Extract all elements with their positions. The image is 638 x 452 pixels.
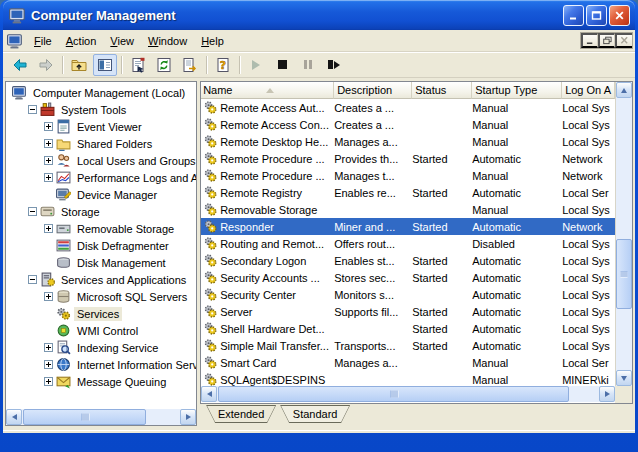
column-header-status[interactable]: Status — [412, 82, 472, 99]
tree-item-event-viewer[interactable]: Event Viewer — [6, 118, 196, 135]
tree-item-services-and-applications[interactable]: Services and Applications — [6, 271, 196, 288]
tree-item-indexing-service[interactable]: Indexing Service — [6, 339, 196, 356]
tree-item-message-queuing[interactable]: Message Queuing — [6, 373, 196, 390]
service-gear-icon — [203, 236, 218, 251]
tree-item-wmi-control[interactable]: WMI Control — [6, 322, 196, 339]
show-hide-console-tree-button[interactable] — [93, 54, 117, 76]
svg-text:?: ? — [220, 59, 226, 72]
menu-help[interactable]: Help — [194, 33, 231, 50]
service-row-server[interactable]: ServerSupports fil...StartedAutomaticLoc… — [201, 303, 615, 320]
scroll-right-button[interactable] — [599, 386, 615, 402]
tree-item-internet-information-service[interactable]: Internet Information Service — [6, 356, 196, 373]
export-list-button[interactable] — [178, 54, 202, 76]
tree-item-disk-defragmenter[interactable]: Disk Defragmenter — [6, 237, 196, 254]
service-row-smart-card[interactable]: Smart CardManages a...ManualLocal Ser — [201, 354, 615, 371]
service-row-remote-access-con[interactable]: Remote Access Con...Creates a ...ManualL… — [201, 116, 615, 133]
expand-icon[interactable] — [44, 139, 53, 148]
service-row-responder[interactable]: ResponderMiner and ...StartedAutomaticNe… — [201, 218, 615, 235]
column-header-log-on-a[interactable]: Log On A — [562, 82, 615, 99]
menu-window[interactable]: Window — [141, 33, 194, 50]
stop-service-button[interactable] — [270, 54, 294, 76]
service-row-remote-desktop-he[interactable]: Remote Desktop He...Manages a...ManualLo… — [201, 133, 615, 150]
child-restore-button[interactable] — [598, 33, 615, 48]
menu-action[interactable]: Action — [59, 33, 104, 50]
expand-icon[interactable] — [44, 377, 53, 386]
scrollbar-track[interactable] — [616, 98, 632, 370]
scroll-down-button[interactable] — [616, 370, 632, 386]
collapse-icon[interactable] — [28, 275, 37, 284]
tab-standard[interactable]: Standard — [280, 405, 350, 423]
expand-icon[interactable] — [44, 173, 53, 182]
service-row-simple-mail-transfer[interactable]: Simple Mail Transfer...Transports...Star… — [201, 337, 615, 354]
service-row-remote-registry[interactable]: Remote RegistryEnables re...StartedAutom… — [201, 184, 615, 201]
service-gear-icon — [203, 100, 218, 115]
menu-file[interactable]: File — [27, 33, 59, 50]
maximize-button[interactable] — [586, 5, 607, 26]
console-window-icon[interactable] — [7, 33, 23, 49]
pause-service-button[interactable] — [296, 54, 320, 76]
tree-item-storage[interactable]: Storage — [6, 203, 196, 220]
child-close-button[interactable] — [615, 33, 632, 48]
forward-button[interactable] — [34, 54, 58, 76]
up-one-level-button[interactable] — [67, 54, 91, 76]
service-row-shell-hardware-det[interactable]: Shell Hardware Det...StartedAutomaticLoc… — [201, 320, 615, 337]
expand-icon[interactable] — [44, 360, 53, 369]
column-header-startup-type[interactable]: Startup Type — [472, 82, 562, 99]
service-row-remote-procedure[interactable]: Remote Procedure ...Provides th...Starte… — [201, 150, 615, 167]
minimize-button[interactable] — [563, 5, 584, 26]
tree-item-performance-logs-and-alerts[interactable]: Performance Logs and Alerts — [6, 169, 196, 186]
tree-item-device-manager[interactable]: Device Manager — [6, 186, 196, 203]
scrollbar-thumb[interactable] — [23, 409, 146, 425]
expand-icon[interactable] — [44, 224, 53, 233]
close-button[interactable] — [609, 5, 630, 26]
titlebar[interactable]: Computer Management — [3, 0, 635, 30]
service-row-routing-and-remot[interactable]: Routing and Remot...Offers rout...Disabl… — [201, 235, 615, 252]
tree-item-removable-storage[interactable]: Removable Storage — [6, 220, 196, 237]
service-row-secondary-logon[interactable]: Secondary LogonEnables st...StartedAutom… — [201, 252, 615, 269]
back-button[interactable] — [8, 54, 32, 76]
help-button[interactable]: ? — [211, 54, 235, 76]
start-service-button[interactable] — [244, 54, 268, 76]
service-description: Miner and ... — [334, 221, 412, 233]
column-header-label: Status — [415, 84, 446, 96]
collapse-icon[interactable] — [28, 207, 37, 216]
tree-item-computer-management-local[interactable]: Computer Management (Local) — [6, 84, 196, 101]
scroll-right-button[interactable] — [180, 409, 196, 425]
collapse-icon[interactable] — [28, 105, 37, 114]
tree-item-system-tools[interactable]: System Tools — [6, 101, 196, 118]
scroll-left-button[interactable] — [6, 409, 22, 425]
service-row-remote-procedure[interactable]: Remote Procedure ...Manages t...ManualNe… — [201, 167, 615, 184]
expand-icon[interactable] — [44, 122, 53, 131]
tree-item-services[interactable]: Services — [6, 305, 196, 322]
scroll-up-button[interactable] — [616, 82, 632, 98]
tree-item-shared-folders[interactable]: Shared Folders — [6, 135, 196, 152]
scrollbar-thumb[interactable] — [616, 239, 632, 309]
scrollbar-track[interactable] — [217, 386, 599, 402]
menu-view[interactable]: View — [103, 33, 141, 50]
tab-extended[interactable]: Extended — [206, 405, 276, 423]
list-horizontal-scrollbar[interactable] — [201, 386, 615, 402]
tree-item-local-users-and-groups[interactable]: Local Users and Groups — [6, 152, 196, 169]
scrollbar-track[interactable] — [22, 409, 180, 425]
scroll-left-button[interactable] — [201, 386, 217, 402]
expand-icon[interactable] — [44, 292, 53, 301]
properties-button[interactable] — [126, 54, 150, 76]
tree-item-microsoft-sql-servers[interactable]: Microsoft SQL Servers — [6, 288, 196, 305]
restart-service-button[interactable] — [322, 54, 346, 76]
service-startup-type: Automatic — [472, 323, 562, 335]
service-row-remote-access-aut[interactable]: Remote Access Aut...Creates a ...ManualL… — [201, 99, 615, 116]
column-header-description[interactable]: Description — [334, 82, 412, 99]
service-row-security-center[interactable]: Security CenterMonitors s...AutomaticLoc… — [201, 286, 615, 303]
expand-icon[interactable] — [44, 156, 53, 165]
column-header-name[interactable]: Name — [201, 82, 334, 99]
list-vertical-scrollbar[interactable] — [615, 82, 632, 386]
service-row-sqlagent-despins[interactable]: SQLAgent$DESPINSManualMINER\ki — [201, 371, 615, 386]
scrollbar-thumb[interactable] — [218, 386, 569, 402]
expand-icon[interactable] — [44, 343, 53, 352]
tree-item-disk-management[interactable]: Disk Management — [6, 254, 196, 271]
child-minimize-button[interactable] — [581, 33, 598, 48]
service-row-security-accounts[interactable]: Security Accounts ...Stores sec...Starte… — [201, 269, 615, 286]
refresh-button[interactable] — [152, 54, 176, 76]
tree-horizontal-scrollbar[interactable] — [6, 409, 196, 425]
service-row-removable-storage[interactable]: Removable StorageManualLocal Sys — [201, 201, 615, 218]
